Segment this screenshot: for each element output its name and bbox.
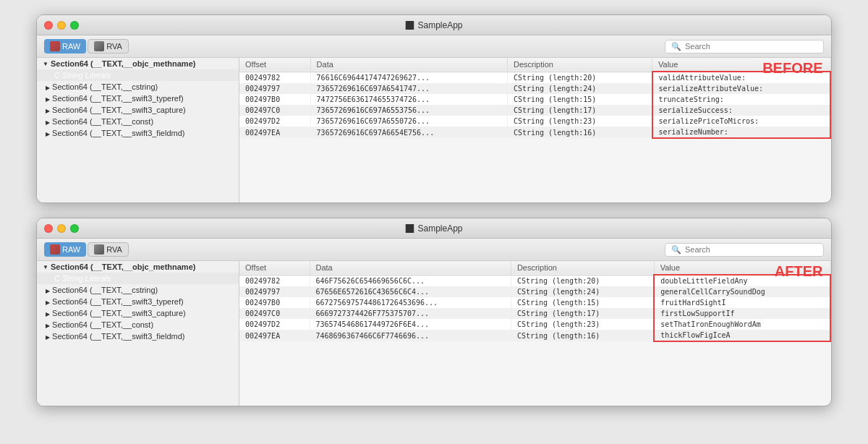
cell-data: 67656E6572616C43656C6C4...: [310, 286, 511, 297]
sidebar-item-cstring-literals-after[interactable]: C String Literals: [37, 273, 239, 284]
table-row[interactable]: 00249797 67656E6572616C43656C6C4... CStr…: [239, 286, 830, 297]
cell-description: CString (length:17): [511, 308, 654, 319]
sidebar-item-typeref[interactable]: ▶ Section64 (__TEXT,__swift3_typeref): [37, 93, 239, 104]
cell-data: 73657269616C697A6541747...: [310, 83, 507, 94]
tab-rva-after[interactable]: RVA: [88, 242, 129, 257]
maximize-button[interactable]: [70, 21, 79, 30]
minimize-button-after[interactable]: [57, 224, 66, 233]
collapse-icon: ▼: [43, 61, 48, 67]
sidebar-after: ▼ Section64 (__TEXT,__objc_methname) C S…: [37, 261, 239, 406]
window-title: SampleApp: [405, 20, 462, 30]
traffic-lights-before: [44, 21, 79, 30]
table-row[interactable]: 00249782 646F75626C654669656C6C... CStri…: [239, 275, 830, 286]
cell-offset: 00249782: [239, 72, 310, 83]
cell-value: fruitHardSightI: [654, 297, 830, 308]
titlebar-after: SampleApp: [37, 218, 831, 239]
sidebar-item-const-after[interactable]: ▶ Section64 (__TEXT,__const): [37, 319, 239, 330]
table-row[interactable]: 002497B0 7472756E636174655374726... CStr…: [239, 94, 830, 105]
cell-data: 7468696367466C6F7746696...: [310, 330, 511, 341]
sidebar-item-methname-after[interactable]: ▼ Section64 (__TEXT,__objc_methname): [37, 261, 239, 273]
cell-description: CString (length:24): [507, 83, 652, 94]
content-before: ▼ Section64 (__TEXT,__objc_methname) C S…: [37, 58, 831, 202]
cell-value: serializeSuccess:: [652, 105, 831, 116]
cell-description: CString (length:20): [511, 275, 654, 286]
cell-data: 646F75626C654669656C6C...: [310, 275, 511, 286]
search-input-before[interactable]: [685, 42, 817, 51]
close-button-after[interactable]: [44, 224, 53, 233]
col-data: Data: [310, 58, 507, 72]
sidebar-item-capture[interactable]: ▶ Section64 (__TEXT,__swift3_capture): [37, 104, 239, 116]
toolbar-tabs-after: RAW RVA: [44, 242, 129, 257]
cell-description: CString (length:15): [507, 94, 652, 105]
main-table-before: Offset Data Description Value BEFORE 002…: [239, 58, 831, 202]
sidebar-item-capture-after[interactable]: ▶ Section64 (__TEXT,__swift3_capture): [37, 307, 239, 319]
cell-description: CString (length:24): [511, 286, 654, 297]
table-row[interactable]: 002497C0 73657269616C697A6553756... CStr…: [239, 105, 830, 116]
search-box-before[interactable]: 🔍: [665, 40, 824, 54]
cell-value: truncateString:: [652, 94, 831, 105]
cell-value: serializeAttributeValue:: [652, 83, 831, 94]
content-after: ▼ Section64 (__TEXT,__objc_methname) C S…: [37, 261, 831, 406]
cell-value: generalCellCarrySoundDog: [654, 286, 830, 297]
svg-rect-0: [405, 21, 414, 30]
collapse-icon-after: ▼: [43, 264, 48, 270]
table-row[interactable]: 002497C0 6669727374426F775375707... CStr…: [239, 308, 830, 319]
data-table-before: Offset Data Description Value BEFORE 002…: [239, 58, 831, 139]
cell-offset: 002497B0: [239, 297, 310, 308]
rva-icon-after: [94, 244, 104, 255]
sidebar-item-typeref-after[interactable]: ▶ Section64 (__TEXT,__swift3_typeref): [37, 296, 239, 307]
after-label: AFTER: [775, 263, 823, 280]
cell-data: 73657269616C697A6553756...: [310, 105, 507, 116]
window-before: SampleApp RAW RVA 🔍 ▼ Section64 (__TEXT,…: [36, 14, 832, 203]
table-row[interactable]: 002497D2 73657269616C697A6550726... CStr…: [239, 116, 830, 127]
cell-value: serializeNumber:: [652, 127, 831, 138]
tab-raw-after[interactable]: RAW: [44, 242, 86, 257]
tab-raw-before[interactable]: RAW: [44, 39, 86, 54]
col-description-after: Description: [511, 261, 654, 275]
expand-icon-after: ▶: [46, 299, 50, 306]
expand-icon: ▶: [46, 85, 50, 91]
table-header-after: Offset Data Description Value AFTER: [239, 261, 830, 275]
sidebar-item-fieldmd[interactable]: ▶ Section64 (__TEXT,__swift3_fieldmd): [37, 127, 239, 139]
sidebar-item-const[interactable]: ▶ Section64 (__TEXT,__const): [37, 116, 239, 127]
cell-data: 7365745468617449726F6E4...: [310, 319, 511, 330]
sidebar-item-cstring-literals[interactable]: C String Literals: [37, 69, 239, 81]
raw-icon-after: [50, 244, 60, 255]
cell-offset: 00249797: [239, 83, 310, 94]
expand-icon: ▶: [46, 96, 50, 103]
search-box-after[interactable]: 🔍: [665, 243, 824, 257]
window-title-after: SampleApp: [405, 223, 462, 234]
cell-description: CString (length:16): [511, 330, 654, 341]
expand-icon-after: ▶: [46, 311, 50, 317]
table-row[interactable]: 002497B0 6672756975744861726453696... CS…: [239, 297, 830, 308]
cell-offset: 002497C0: [239, 105, 310, 116]
table-row[interactable]: 002497EA 73657269616C697A6654E756... CSt…: [239, 127, 830, 138]
tab-rva-before[interactable]: RVA: [88, 39, 129, 54]
expand-icon-after: ▶: [46, 288, 50, 294]
cell-description: CString (length:23): [507, 116, 652, 127]
sidebar-item-cstring-after[interactable]: ▶ Section64 (__TEXT,__cstring): [37, 284, 239, 296]
table-row[interactable]: 00249782 76616C69644174747269627... CStr…: [239, 72, 830, 83]
cell-data: 73657269616C697A6550726...: [310, 116, 507, 127]
close-button[interactable]: [44, 21, 53, 30]
table-body-after: 00249782 646F75626C654669656C6C... CStri…: [239, 275, 830, 341]
col-data-after: Data: [310, 261, 511, 275]
cell-offset: 002497D2: [239, 116, 310, 127]
cell-data: 73657269616C697A6654E756...: [310, 127, 507, 138]
toolbar-tabs: RAW RVA: [44, 39, 129, 54]
cell-value: thickFlowFigIceA: [654, 330, 830, 341]
maximize-button-after[interactable]: [70, 224, 79, 233]
svg-rect-1: [405, 224, 414, 233]
col-value: Value BEFORE: [652, 58, 831, 72]
table-row[interactable]: 002497D2 7365745468617449726F6E4... CStr…: [239, 319, 830, 330]
table-row[interactable]: 002497EA 7468696367466C6F7746696... CStr…: [239, 330, 830, 341]
minimize-button[interactable]: [57, 21, 66, 30]
sidebar-item-fieldmd-after[interactable]: ▶ Section64 (__TEXT,__swift3_fieldmd): [37, 330, 239, 342]
cell-offset: 002497EA: [239, 127, 310, 138]
sidebar-item-cstring[interactable]: ▶ Section64 (__TEXT,__cstring): [37, 81, 239, 93]
search-input-after[interactable]: [685, 245, 817, 254]
table-body-before: 00249782 76616C69644174747269627... CStr…: [239, 72, 830, 138]
cell-data: 6672756975744861726453696...: [310, 297, 511, 308]
table-row[interactable]: 00249797 73657269616C697A6541747... CStr…: [239, 83, 830, 94]
sidebar-item-methname[interactable]: ▼ Section64 (__TEXT,__objc_methname): [37, 58, 239, 69]
